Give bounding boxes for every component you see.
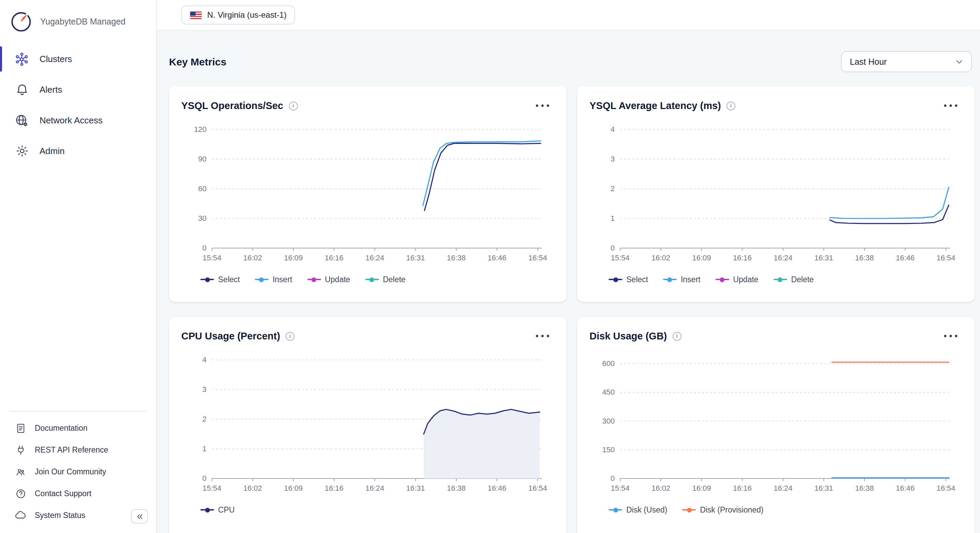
brand[interactable]: YugabyteDB Managed (0, 0, 156, 41)
sidebar-footer-item-rest-api-reference[interactable]: REST API Reference (0, 439, 156, 461)
legend-item-disk-used[interactable]: Disk (Used) (609, 506, 667, 514)
info-icon[interactable]: i (727, 101, 735, 110)
chart-header: CPU Usage (Percent)i (169, 317, 566, 345)
svg-text:16:24: 16:24 (365, 253, 384, 262)
svg-text:16:38: 16:38 (447, 484, 466, 492)
svg-text:16:31: 16:31 (406, 253, 425, 262)
legend-item-update[interactable]: Update (307, 275, 350, 283)
legend-item-delete[interactable]: Delete (773, 275, 814, 283)
chart-header: YSQL Average Latency (ms)i (577, 87, 975, 115)
info-icon[interactable]: i (672, 332, 681, 340)
time-range-select[interactable]: Last Hour (841, 51, 972, 72)
svg-text:120: 120 (194, 125, 207, 134)
chevron-down-icon (954, 57, 964, 67)
legend-label: CPU (218, 506, 235, 514)
sidebar-footer-label: Join Our Community (35, 468, 106, 476)
legend-label: Delete (383, 275, 406, 283)
svg-text:0: 0 (611, 243, 615, 252)
time-range-value: Last Hour (850, 57, 887, 67)
legend-item-insert[interactable]: Insert (663, 275, 701, 283)
chart-menu-button[interactable] (940, 100, 961, 111)
legend-marker (200, 507, 214, 513)
sidebar-footer: DocumentationREST API ReferenceJoin Our … (0, 411, 156, 533)
svg-text:15:54: 15:54 (202, 484, 221, 492)
legend-marker (663, 276, 677, 283)
chart-legend: Disk (Used)Disk (Provisioned) (577, 506, 975, 514)
metric-card-cpu-usage: CPU Usage (Percent)i0123415:5416:0216:09… (169, 317, 566, 533)
svg-text:16:46: 16:46 (488, 484, 506, 492)
chart-menu-button[interactable] (532, 331, 553, 342)
info-icon[interactable]: i (286, 332, 294, 340)
sidebar-item-clusters[interactable]: Clusters (0, 44, 156, 74)
svg-text:16:09: 16:09 (284, 253, 302, 262)
legend-item-select[interactable]: Select (200, 275, 240, 283)
legend-item-select[interactable]: Select (609, 275, 648, 283)
sidebar-footer-item-documentation[interactable]: Documentation (0, 417, 156, 439)
svg-text:16:31: 16:31 (406, 484, 425, 492)
svg-text:15:54: 15:54 (611, 253, 629, 262)
legend-label: Insert (681, 275, 701, 283)
sidebar-item-label: Admin (40, 146, 65, 156)
svg-text:16:54: 16:54 (936, 253, 955, 262)
sidebar-footer-label: Documentation (35, 424, 88, 432)
chart-plot-ysql-operations: 030609012015:5416:0216:0916:1616:2416:31… (169, 115, 566, 273)
svg-text:16:09: 16:09 (692, 484, 711, 492)
legend-label: Update (325, 275, 350, 283)
legend-label: Delete (791, 275, 814, 283)
sidebar-footer-label: System Status (35, 511, 85, 519)
sidebar-divider (10, 411, 146, 412)
sidebar-item-admin[interactable]: Admin (0, 136, 156, 166)
alerts-icon (14, 81, 30, 98)
metrics-grid: YSQL Operations/Seci030609012015:5416:02… (169, 87, 975, 533)
sidebar-nav: ClustersAlertsNetwork AccessAdmin (0, 44, 156, 166)
sidebar-footer-item-contact-support[interactable]: Contact Support (0, 482, 156, 504)
sidebar-collapse-button[interactable] (131, 509, 148, 523)
legend-label: Select (218, 275, 240, 283)
svg-text:16:54: 16:54 (936, 484, 955, 492)
legend-item-cpu[interactable]: CPU (200, 506, 235, 514)
legend-marker (773, 276, 787, 283)
svg-text:3: 3 (202, 385, 207, 394)
chart-menu-button[interactable] (940, 331, 961, 342)
sidebar-footer-item-join-our-community[interactable]: Join Our Community (0, 461, 156, 482)
us-flag-icon (190, 11, 202, 19)
svg-text:16:02: 16:02 (243, 253, 262, 262)
svg-text:0: 0 (611, 474, 615, 482)
metric-card-disk-usage: Disk Usage (GB)i015030045060015:5416:021… (577, 317, 975, 533)
legend-item-disk-provisioned[interactable]: Disk (Provisioned) (682, 506, 764, 514)
brand-name: YugabyteDB Managed (40, 17, 126, 27)
network-access-icon (14, 112, 30, 129)
svg-text:2: 2 (611, 185, 615, 193)
svg-text:16:31: 16:31 (815, 253, 833, 262)
region-chip[interactable]: N. Virginia (us-east-1) (181, 5, 296, 24)
svg-text:16:02: 16:02 (243, 484, 262, 492)
sidebar-item-label: Clusters (40, 54, 72, 64)
info-icon[interactable]: i (289, 101, 298, 110)
sidebar-item-alerts[interactable]: Alerts (0, 74, 156, 105)
contact-support-icon (14, 487, 27, 500)
sidebar-item-network-access[interactable]: Network Access (0, 105, 156, 136)
chart-menu-button[interactable] (532, 100, 553, 111)
chart-plot-disk-usage: 015030045060015:5416:0216:0916:1616:2416… (577, 345, 975, 503)
svg-text:3: 3 (611, 155, 615, 163)
chart-title: YSQL Average Latency (ms) (590, 100, 721, 111)
svg-text:16:38: 16:38 (447, 253, 466, 262)
svg-text:16:38: 16:38 (855, 253, 874, 262)
chart-plot-cpu-usage: 0123415:5416:0216:0916:1616:2416:3116:38… (169, 345, 566, 503)
legend-item-insert[interactable]: Insert (255, 275, 293, 283)
chart-header: YSQL Operations/Seci (169, 87, 566, 115)
svg-text:16:46: 16:46 (488, 253, 506, 262)
svg-text:0: 0 (202, 474, 207, 482)
legend-item-update[interactable]: Update (715, 275, 758, 283)
sidebar-footer-label: REST API Reference (35, 446, 108, 454)
page-title: Key Metrics (169, 56, 226, 67)
svg-text:16:16: 16:16 (325, 484, 344, 492)
svg-text:4: 4 (611, 125, 615, 134)
chart-legend: SelectInsertUpdateDelete (169, 275, 566, 283)
chart-header: Disk Usage (GB)i (577, 317, 975, 345)
region-label: N. Virginia (us-east-1) (207, 10, 286, 20)
legend-item-delete[interactable]: Delete (365, 275, 406, 283)
svg-text:16:31: 16:31 (815, 484, 833, 492)
svg-text:2: 2 (202, 415, 207, 423)
svg-text:16:16: 16:16 (733, 253, 752, 262)
